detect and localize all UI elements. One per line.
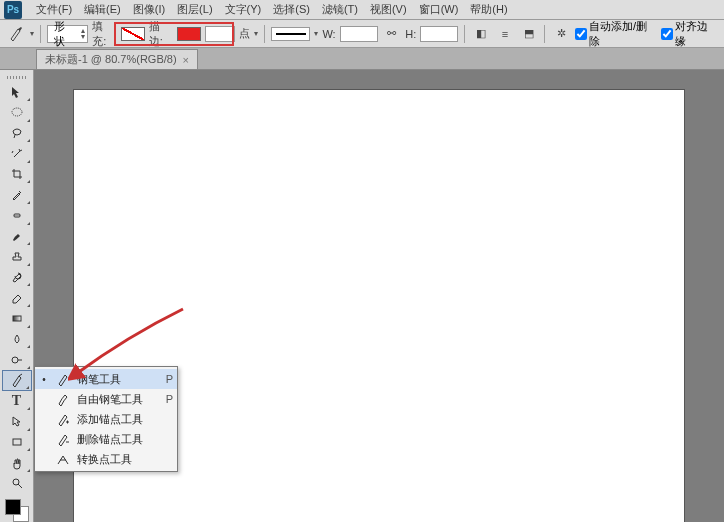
free-pen-icon xyxy=(55,391,71,407)
tools-panel: T xyxy=(0,70,34,522)
divider xyxy=(464,25,465,43)
svg-point-3 xyxy=(16,215,17,216)
options-bar: ▾ 形状 ▴▾ 填充: 描边: 点 ▾ ▾ W: ⚯ H: ◧ ≡ ⬒ ✲ 自动… xyxy=(0,20,724,48)
h-label: H: xyxy=(405,28,416,40)
menu-item-label: 钢笔工具 xyxy=(77,372,153,387)
pen-icon xyxy=(55,371,71,387)
color-swatches[interactable] xyxy=(5,499,29,521)
foreground-color-swatch[interactable] xyxy=(5,499,21,515)
lasso-tool[interactable] xyxy=(2,123,32,144)
align-edges-input[interactable] xyxy=(661,28,673,40)
menu-image[interactable]: 图像(I) xyxy=(127,0,171,19)
auto-add-checkbox[interactable]: 自动添加/删除 xyxy=(575,19,657,49)
gradient-tool[interactable] xyxy=(2,308,32,329)
add-anchor-icon xyxy=(55,411,71,427)
blur-tool[interactable] xyxy=(2,329,32,350)
menu-bar: Ps 文件(F) 编辑(E) 图像(I) 图层(L) 文字(Y) 选择(S) 滤… xyxy=(0,0,724,20)
align-edges-checkbox[interactable]: 对齐边缘 xyxy=(661,19,718,49)
close-icon[interactable]: × xyxy=(183,54,189,66)
panel-grip[interactable] xyxy=(0,74,33,81)
stamp-tool[interactable] xyxy=(2,246,32,267)
w-label: W: xyxy=(322,28,335,40)
eyedropper-tool[interactable] xyxy=(2,184,32,205)
move-tool[interactable] xyxy=(2,81,32,102)
check-icon: • xyxy=(39,374,49,385)
stroke-label: 描边: xyxy=(149,19,174,49)
path-select-tool[interactable] xyxy=(2,411,32,432)
menu-convert-point-tool[interactable]: 转换点工具 xyxy=(35,449,177,469)
del-anchor-icon xyxy=(55,431,71,447)
svg-point-4 xyxy=(18,215,19,216)
heal-tool[interactable] xyxy=(2,205,32,226)
brush-tool[interactable] xyxy=(2,226,32,247)
menu-add-anchor-tool[interactable]: 添加锚点工具 xyxy=(35,409,177,429)
stroke-width-input[interactable] xyxy=(205,26,235,42)
pen-tool-flyout: • 钢笔工具 P 自由钢笔工具 P 添加锚点工具 删除锚点工具 转换点工具 xyxy=(34,366,178,472)
menu-type[interactable]: 文字(Y) xyxy=(219,0,268,19)
menu-file[interactable]: 文件(F) xyxy=(30,0,78,19)
document-tab-bar: 未标题-1 @ 80.7%(RGB/8) × xyxy=(0,48,724,70)
width-input[interactable] xyxy=(340,26,378,42)
dodge-tool[interactable] xyxy=(2,349,32,370)
menu-item-label: 添加锚点工具 xyxy=(77,412,153,427)
menu-pen-tool[interactable]: • 钢笔工具 P xyxy=(35,369,177,389)
divider xyxy=(40,25,41,43)
fill-swatch[interactable] xyxy=(121,27,145,41)
menu-layer[interactable]: 图层(L) xyxy=(171,0,218,19)
arrange-icon[interactable]: ⬒ xyxy=(519,25,539,43)
height-input[interactable] xyxy=(420,26,458,42)
menu-item-label: 自由钢笔工具 xyxy=(77,392,153,407)
stroke-swatch[interactable] xyxy=(177,27,201,41)
tool-mode-select[interactable]: 形状 ▴▾ xyxy=(47,25,89,43)
svg-point-2 xyxy=(14,215,15,216)
menu-edit[interactable]: 编辑(E) xyxy=(78,0,127,19)
shape-tool[interactable] xyxy=(2,432,32,453)
document-tab[interactable]: 未标题-1 @ 80.7%(RGB/8) × xyxy=(36,49,198,69)
svg-rect-5 xyxy=(13,316,21,321)
pen-tool[interactable] xyxy=(2,370,32,391)
align-edges-label: 对齐边缘 xyxy=(675,19,718,49)
convert-icon xyxy=(55,451,71,467)
menu-freeform-pen-tool[interactable]: 自由钢笔工具 P xyxy=(35,389,177,409)
path-ops-icon[interactable]: ◧ xyxy=(471,25,491,43)
divider xyxy=(544,25,545,43)
auto-add-label: 自动添加/删除 xyxy=(589,19,657,49)
align-icon[interactable]: ≡ xyxy=(495,25,515,43)
gear-icon[interactable]: ✲ xyxy=(551,25,571,43)
pt-label: 点 xyxy=(239,26,250,41)
stroke-style-select[interactable] xyxy=(271,27,310,41)
svg-point-6 xyxy=(12,357,18,363)
history-brush-tool[interactable] xyxy=(2,267,32,288)
svg-point-0 xyxy=(12,108,22,116)
menu-item-label: 删除锚点工具 xyxy=(77,432,153,447)
menu-view[interactable]: 视图(V) xyxy=(364,0,413,19)
current-tool-icon[interactable] xyxy=(6,25,26,43)
menu-delete-anchor-tool[interactable]: 删除锚点工具 xyxy=(35,429,177,449)
menu-item-shortcut: P xyxy=(159,393,173,405)
auto-add-input[interactable] xyxy=(575,28,587,40)
hand-tool[interactable] xyxy=(2,452,32,473)
menu-help[interactable]: 帮助(H) xyxy=(464,0,513,19)
type-tool[interactable]: T xyxy=(2,391,32,412)
menu-item-shortcut: P xyxy=(159,373,173,385)
eraser-tool[interactable] xyxy=(2,287,32,308)
link-icon[interactable]: ⚯ xyxy=(382,25,402,43)
document-tab-title: 未标题-1 @ 80.7%(RGB/8) xyxy=(45,52,177,67)
menu-window[interactable]: 窗口(W) xyxy=(413,0,465,19)
app-logo: Ps xyxy=(4,1,22,19)
marquee-tool[interactable] xyxy=(2,102,32,123)
tool-mode-value: 形状 xyxy=(54,19,76,49)
menu-item-label: 转换点工具 xyxy=(77,452,153,467)
svg-rect-7 xyxy=(13,439,21,445)
menu-select[interactable]: 选择(S) xyxy=(267,0,316,19)
zoom-tool[interactable] xyxy=(2,473,32,494)
wand-tool[interactable] xyxy=(2,143,32,164)
crop-tool[interactable] xyxy=(2,164,32,185)
menu-filter[interactable]: 滤镜(T) xyxy=(316,0,364,19)
divider xyxy=(264,25,265,43)
fill-label: 填充: xyxy=(92,19,117,49)
